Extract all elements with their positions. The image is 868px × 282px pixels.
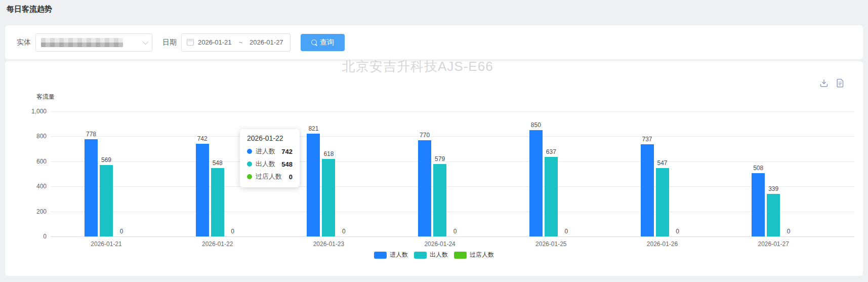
gridline bbox=[51, 186, 854, 187]
tooltip-series-label: 出人数 bbox=[256, 159, 275, 169]
bar-value-label: 0 bbox=[106, 228, 137, 235]
search-icon bbox=[311, 39, 317, 45]
y-axis-tick: 1,000 bbox=[21, 108, 47, 115]
bar-value-label: 0 bbox=[663, 228, 693, 235]
bar-value-label: 742 bbox=[187, 135, 218, 142]
filter-bar: 实体 日期 2026-01-21 ~ 2026-01-27 查询 bbox=[5, 25, 863, 59]
x-axis-label: 2026-01-21 bbox=[76, 240, 137, 248]
y-axis-tick: 400 bbox=[21, 183, 47, 190]
bar-value-label: 508 bbox=[743, 165, 773, 172]
bar-value-label: 737 bbox=[632, 136, 663, 143]
date-range-picker[interactable]: 2026-01-21 ~ 2026-01-27 bbox=[181, 33, 291, 52]
chart-legend: 进人数 出人数 过店人数 bbox=[5, 251, 863, 259]
bar-进人数[interactable] bbox=[752, 173, 765, 236]
chart-toolbox bbox=[819, 78, 845, 88]
legend-item-出人数[interactable]: 出人数 bbox=[414, 251, 448, 259]
bar-出人数[interactable] bbox=[656, 168, 669, 236]
x-axis-label: 2026-01-26 bbox=[632, 240, 693, 248]
legend-item-过店人数[interactable]: 过店人数 bbox=[454, 251, 494, 259]
series-dot-icon bbox=[247, 162, 252, 167]
bar-value-label: 569 bbox=[91, 156, 121, 164]
bar-chart: 客流量 1,000800600400200077856902026-01-217… bbox=[5, 61, 863, 276]
bar-进人数[interactable] bbox=[418, 140, 431, 236]
y-axis-tick: 200 bbox=[21, 208, 47, 215]
bar-value-label: 0 bbox=[218, 228, 248, 235]
bar-value-label: 850 bbox=[521, 122, 551, 129]
calendar-icon bbox=[187, 39, 194, 46]
tooltip-series-value: 0 bbox=[283, 173, 293, 181]
tooltip-series-label: 进人数 bbox=[256, 147, 275, 156]
legend-swatch bbox=[374, 252, 387, 259]
download-icon[interactable] bbox=[819, 78, 829, 88]
bar-value-label: 0 bbox=[773, 228, 804, 235]
bar-进人数[interactable] bbox=[307, 134, 320, 236]
document-icon[interactable] bbox=[836, 78, 845, 88]
chart-tooltip: 2026-01-22 进人数 742 出人数 548 过店人数 0 bbox=[240, 129, 300, 187]
y-axis-title: 客流量 bbox=[36, 93, 55, 101]
gridline bbox=[51, 136, 854, 137]
bar-出人数[interactable] bbox=[545, 157, 558, 236]
legend-label: 出人数 bbox=[430, 251, 448, 259]
tooltip-title: 2026-01-22 bbox=[247, 134, 293, 142]
date-end-value[interactable]: 2026-01-27 bbox=[250, 38, 283, 46]
x-axis-label: 2026-01-22 bbox=[187, 240, 248, 248]
legend-label: 过店人数 bbox=[470, 251, 494, 259]
legend-label: 进人数 bbox=[390, 251, 408, 259]
bar-value-label: 770 bbox=[409, 132, 440, 139]
bar-value-label: 637 bbox=[536, 148, 566, 155]
bar-进人数[interactable] bbox=[529, 130, 543, 236]
gridline bbox=[51, 111, 854, 112]
bar-value-label: 547 bbox=[647, 159, 678, 167]
bar-value-label: 579 bbox=[425, 155, 455, 163]
series-dot-icon bbox=[247, 149, 252, 154]
gridline bbox=[51, 212, 854, 212]
x-axis-label: 2026-01-24 bbox=[409, 240, 470, 248]
y-axis-tick: 600 bbox=[21, 158, 47, 165]
entity-label: 实体 bbox=[17, 38, 31, 47]
chevron-down-icon bbox=[143, 38, 148, 44]
entity-value-redacted bbox=[41, 38, 123, 47]
page-title: 每日客流趋势 bbox=[7, 5, 52, 14]
date-label: 日期 bbox=[162, 38, 177, 47]
bar-value-label: 339 bbox=[758, 185, 789, 192]
tooltip-series-label: 过店人数 bbox=[256, 172, 282, 181]
bar-value-label: 0 bbox=[328, 228, 359, 235]
x-axis-label: 2026-01-25 bbox=[521, 240, 582, 248]
date-start-value[interactable]: 2026-01-21 bbox=[198, 38, 232, 46]
bar-进人数[interactable] bbox=[85, 139, 98, 236]
tooltip-row: 出人数 548 bbox=[247, 159, 293, 169]
x-axis-label: 2026-01-27 bbox=[743, 240, 804, 248]
y-axis-tick: 800 bbox=[21, 133, 47, 140]
bar-出人数[interactable] bbox=[322, 159, 335, 236]
series-dot-icon bbox=[247, 174, 252, 179]
bar-value-label: 778 bbox=[76, 131, 106, 138]
x-axis-label: 2026-01-23 bbox=[298, 240, 359, 248]
bar-出人数[interactable] bbox=[211, 168, 224, 236]
date-separator: ~ bbox=[239, 38, 243, 46]
legend-swatch bbox=[414, 252, 427, 259]
bar-进人数[interactable] bbox=[196, 144, 209, 236]
gridline bbox=[51, 236, 854, 237]
tooltip-series-value: 548 bbox=[275, 160, 293, 168]
bar-出人数[interactable] bbox=[100, 165, 113, 236]
bar-value-label: 548 bbox=[202, 159, 233, 167]
legend-swatch bbox=[454, 252, 467, 259]
bar-value-label: 0 bbox=[551, 228, 582, 235]
tooltip-series-value: 742 bbox=[275, 148, 293, 155]
legend-item-进人数[interactable]: 进人数 bbox=[374, 251, 408, 259]
tooltip-row: 进人数 742 bbox=[247, 147, 293, 156]
y-axis-tick: 0 bbox=[21, 233, 47, 240]
chart-card: 客流量 1,000800600400200077856902026-01-217… bbox=[5, 61, 863, 276]
bar-value-label: 821 bbox=[298, 125, 328, 132]
entity-select[interactable] bbox=[35, 33, 152, 52]
tooltip-row: 过店人数 0 bbox=[247, 172, 293, 181]
bar-进人数[interactable] bbox=[641, 144, 654, 236]
query-button[interactable]: 查询 bbox=[301, 34, 345, 51]
bar-出人数[interactable] bbox=[433, 164, 446, 236]
bar-value-label: 618 bbox=[313, 150, 344, 157]
bar-value-label: 0 bbox=[440, 228, 470, 235]
query-button-label: 查询 bbox=[320, 38, 334, 47]
